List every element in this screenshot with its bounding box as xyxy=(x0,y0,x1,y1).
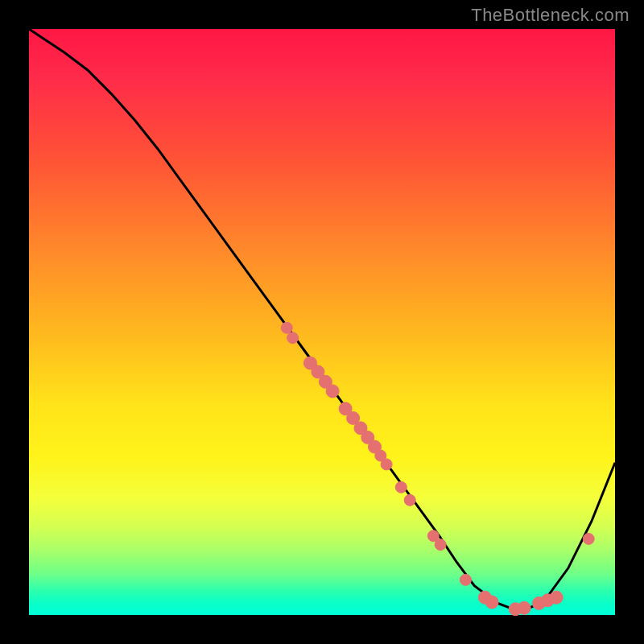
data-dot xyxy=(287,332,299,344)
data-dot xyxy=(583,533,594,544)
chart-svg xyxy=(29,29,615,615)
data-dot xyxy=(281,322,292,333)
data-dot xyxy=(435,539,446,551)
data-dots xyxy=(281,322,594,615)
data-dot xyxy=(518,601,530,614)
data-dot xyxy=(395,481,407,493)
data-dot xyxy=(550,591,563,604)
bottleneck-curve xyxy=(29,29,615,612)
watermark-text: TheBottleneck.com xyxy=(471,5,630,26)
data-dot xyxy=(326,385,339,398)
plot-area xyxy=(29,29,615,615)
data-dot xyxy=(381,459,392,470)
chart-frame: TheBottleneck.com xyxy=(0,0,644,644)
data-dot xyxy=(485,596,498,609)
data-dot xyxy=(404,494,415,506)
data-dot xyxy=(460,574,471,585)
